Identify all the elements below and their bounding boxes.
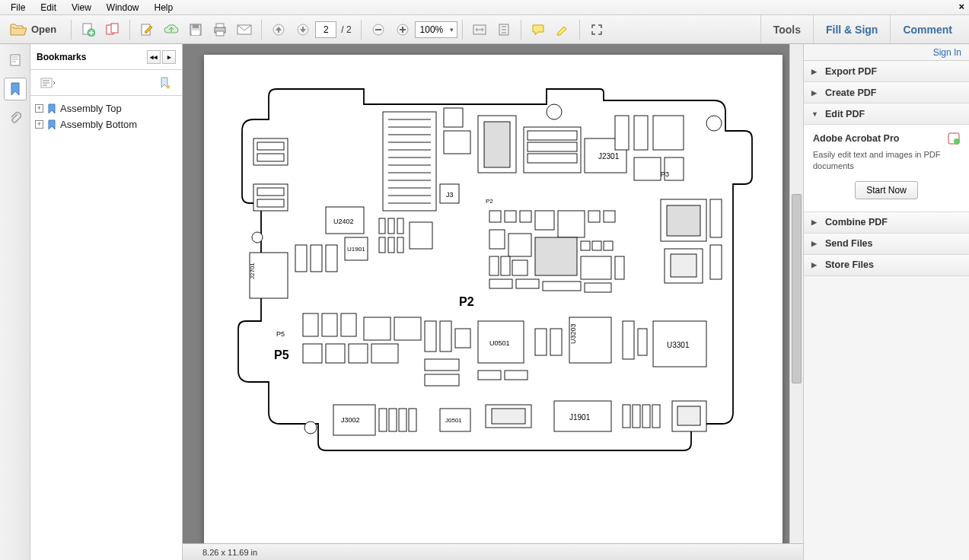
svg-rect-136 [425,359,459,371]
menu-edit[interactable]: Edit [33,1,64,14]
open-button[interactable]: Open [6,19,65,40]
tab-tools[interactable]: Tools [760,15,813,43]
svg-rect-39 [444,108,463,127]
combine-pdf-button[interactable] [102,19,123,40]
cloud-button[interactable] [161,19,182,40]
chevron-right-icon: ▶ [811,68,819,75]
svg-rect-46 [528,154,577,163]
tool-section-combine[interactable]: ▶Combine PDF [804,212,969,234]
bookmark-label: Assembly Top [60,103,122,114]
svg-rect-76 [588,211,600,222]
close-panel-button[interactable]: ▸ [162,50,176,64]
svg-rect-134 [440,321,451,352]
svg-rect-128 [642,405,650,428]
pdf-badge-icon [948,132,960,145]
vertical-scrollbar[interactable] [789,44,803,543]
fit-width-icon [473,24,486,36]
bookmark-item[interactable]: + Assembly Bottom [33,116,179,132]
bookmark-item[interactable]: + Assembly Top [33,100,179,116]
chevron-down-icon: ▼ [811,110,819,118]
svg-rect-74 [535,211,554,230]
edit-content-title: Adobe Acrobat Pro [813,133,899,144]
zoom-in-button[interactable] [392,19,413,40]
section-label: Combine PDF [825,217,888,228]
menu-file[interactable]: File [3,1,33,14]
menu-window[interactable]: Window [99,1,147,14]
separator [521,20,521,40]
page-number-input[interactable] [315,21,336,38]
svg-rect-75 [558,211,585,237]
page-down-button[interactable] [292,19,314,40]
arrow-down-icon [297,24,309,36]
tool-section-export[interactable]: ▶Export PDF [804,61,969,82]
attachments-nav-button[interactable] [4,107,27,129]
page-up-button[interactable] [268,19,289,40]
svg-rect-21 [257,142,284,150]
collapse-panel-button[interactable]: ◂◂ [147,50,161,64]
separator [361,20,362,40]
nav-strip [0,44,30,560]
edit-button[interactable] [136,19,158,40]
plus-circle-icon [397,24,409,36]
chevron-right-icon: ▶ [811,240,819,247]
print-button[interactable] [209,19,231,40]
svg-text:J2701: J2701 [249,262,256,279]
separator [462,20,463,40]
bookmarks-nav-button[interactable] [4,78,27,100]
save-button[interactable] [185,19,206,40]
start-now-button[interactable]: Start Now [855,181,918,199]
comment-bubble-icon [531,24,545,36]
svg-rect-114 [550,329,562,355]
email-button[interactable] [234,19,255,40]
fit-page-icon [497,24,511,36]
svg-rect-77 [604,211,615,222]
tool-section-send[interactable]: ▶Send Files [804,234,969,255]
envelope-icon [237,24,252,35]
svg-rect-118 [379,409,387,431]
tool-section-create[interactable]: ▶Create PDF [804,82,969,103]
svg-rect-106 [349,344,368,363]
svg-rect-103 [394,317,421,340]
right-tool-tabs: Tools Fill & Sign Comment [760,15,964,43]
page-dimensions-label: 8.26 x 11.69 in [202,548,257,557]
highlight-button[interactable] [552,19,573,40]
tool-section-store[interactable]: ▶Store Files [804,255,969,276]
document-scroll[interactable]: J2301 P3 J3 P2 U2402 U1901 J2701 P2 P5 P… [183,44,803,543]
svg-rect-73 [520,211,531,222]
sticky-note-button[interactable] [528,19,549,40]
tool-section-edit[interactable]: ▼Edit PDF [804,103,969,125]
new-bookmark-button[interactable] [155,72,176,94]
svg-rect-82 [592,241,601,250]
svg-rect-71 [489,211,501,222]
svg-rect-131 [677,406,700,425]
fit-width-button[interactable] [469,19,490,40]
svg-text:J3: J3 [446,191,454,199]
expand-icon[interactable]: + [35,120,43,129]
tab-fill-sign[interactable]: Fill & Sign [813,15,890,43]
zoom-select[interactable]: 100% [415,21,458,38]
zoom-out-button[interactable] [368,19,389,40]
expand-icon[interactable]: + [35,104,43,113]
create-pdf-button[interactable] [78,19,99,40]
menu-help[interactable]: Help [147,1,181,14]
svg-point-69 [252,232,263,243]
expand-icon [591,24,603,36]
close-icon[interactable]: × [958,1,964,12]
section-label: Edit PDF [825,109,865,119]
scrollbar-thumb[interactable] [792,194,802,383]
fullscreen-button[interactable] [586,19,607,40]
thumbnails-nav-button[interactable] [4,49,27,72]
svg-rect-72 [505,211,516,222]
svg-rect-63 [397,237,403,253]
status-bar: 8.26 x 11.69 in [183,543,803,560]
fit-page-button[interactable] [493,19,515,40]
svg-text:P3: P3 [661,170,669,178]
tab-comment[interactable]: Comment [890,15,964,43]
svg-text:P5: P5 [274,348,289,361]
bookmark-options-button[interactable] [37,72,59,94]
bookmarks-title: Bookmarks [37,52,86,62]
menu-view[interactable]: View [64,1,99,14]
sign-in-link[interactable]: Sign In [933,47,961,58]
svg-point-54 [706,116,722,131]
chevron-right-icon: ▶ [811,261,819,269]
